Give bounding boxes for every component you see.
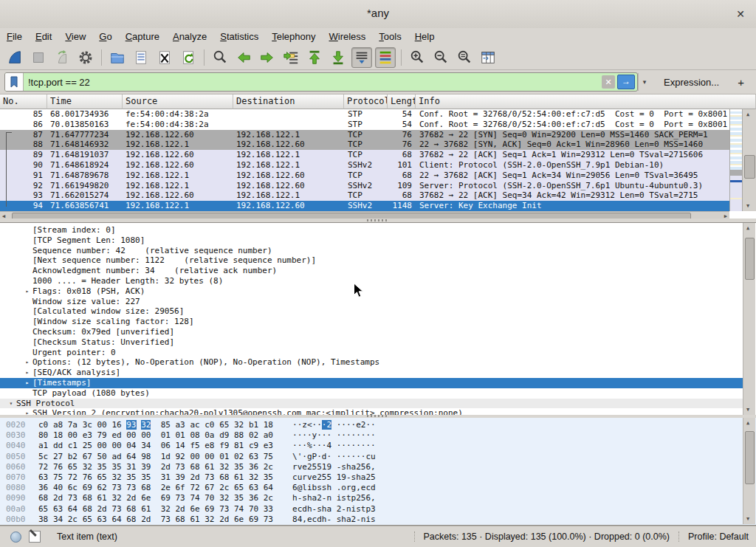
menu-capture[interactable]: Capture [119, 28, 166, 46]
filter-dropdown-icon[interactable]: ▾ [638, 73, 650, 91]
column-header-source[interactable]: Source [123, 94, 233, 109]
detail-line-2[interactable]: Sequence number: 42 (relative sequence n… [0, 246, 743, 256]
detail-line-14[interactable]: ▸[SEQ/ACK analysis] [0, 368, 743, 378]
hex-row-0070[interactable]: 007063 75 72 76 65 32 35 35 31 39 2d 73 … [0, 472, 756, 483]
packet-row-92[interactable]: 9271.661949820192.168.122.1192.168.122.6… [0, 181, 729, 191]
hex-row-00a0[interactable]: 00a065 63 64 68 2d 73 68 61 32 2d 6e 69 … [0, 504, 756, 515]
scroll-up-icon[interactable]: ▲ [746, 111, 749, 117]
bytes-vscrollbar[interactable]: ▲ ▼ [743, 418, 755, 524]
detail-line-10[interactable]: Checksum: 0x79ed [unverified] [0, 327, 743, 337]
auto-scroll-live-capture-icon[interactable] [351, 47, 372, 68]
find-packet-icon[interactable] [210, 47, 230, 68]
profile-status[interactable]: Profile: Default [678, 531, 756, 542]
filter-bookmark-icon[interactable] [5, 73, 24, 91]
expander-collapsed-icon[interactable]: ▸ [22, 368, 32, 378]
packet-row-85[interactable]: 8568.001734936fe:54:00:d4:38:2aSTP54Conf… [0, 109, 729, 120]
column-header-length[interactable]: Length [388, 94, 416, 109]
colorize-packet-list-icon[interactable] [375, 47, 396, 68]
menu-tools[interactable]: Tools [372, 28, 408, 46]
save-capture-file-icon[interactable] [131, 47, 151, 68]
menu-help[interactable]: Help [408, 28, 441, 46]
detail-line-0[interactable]: [Stream index: 0] [0, 225, 743, 235]
detail-line-17[interactable]: ▾SSH Protocol [0, 399, 743, 409]
filter-clear-icon[interactable]: ✕ [602, 75, 615, 89]
packet-list-vscrollbar[interactable]: ▲ ▼ [742, 109, 756, 211]
zoom-out-icon[interactable] [430, 47, 451, 68]
expression-button[interactable]: Expression... [656, 77, 726, 88]
detail-line-15[interactable]: ▸[Timestamps] [0, 378, 743, 388]
expert-info-icon[interactable] [10, 531, 21, 543]
hex-row-00b0[interactable]: 00b038 34 2c 65 63 64 68 2d 73 68 61 32 … [0, 515, 756, 525]
hex-row-0020[interactable]: 0020c0 a8 7a 3c 00 16 93 32 85 a3 ac c0 … [0, 420, 756, 430]
stop-capture-icon[interactable] [28, 47, 49, 68]
zoom-in-icon[interactable] [407, 47, 427, 68]
detail-line-7[interactable]: Window size value: 227 [0, 297, 743, 307]
scrollbar-thumb[interactable] [744, 155, 755, 179]
packet-row-91[interactable]: 9171.648789678192.168.122.1192.168.122.6… [0, 171, 729, 181]
menu-go[interactable]: Go [92, 28, 118, 46]
expander-collapsed-icon[interactable]: ▸ [22, 357, 32, 368]
packet-row-89[interactable]: 8971.648191037192.168.122.60192.168.122.… [0, 150, 729, 160]
column-header-no[interactable]: No. [0, 94, 47, 109]
scroll-up-icon[interactable]: ▲ [746, 225, 749, 231]
expander-collapsed-icon[interactable]: ▸ [22, 286, 32, 297]
hex-row-0030[interactable]: 003080 18 00 e3 79 ed 00 00 01 01 08 0a … [0, 430, 756, 441]
detail-line-9[interactable]: [Window size scaling factor: 128] [0, 317, 743, 327]
restart-capture-icon[interactable] [52, 47, 72, 68]
packet-row-93[interactable]: 9371.662015274192.168.122.60192.168.122.… [0, 190, 729, 201]
column-header-destination[interactable]: Destination [233, 94, 344, 109]
scroll-down-icon[interactable]: ▼ [746, 407, 749, 413]
detail-line-3[interactable]: [Next sequence number: 1122 (relative se… [0, 255, 743, 266]
menu-file[interactable]: File [0, 28, 29, 46]
capture-comment-icon[interactable] [29, 531, 41, 543]
add-filter-button[interactable]: + [730, 76, 752, 89]
detail-line-13[interactable]: ▸Options: (12 bytes), No-Operation (NOP)… [0, 357, 743, 368]
packet-row-87[interactable]: 8771.647777234192.168.122.60192.168.122.… [0, 130, 729, 140]
close-window-icon[interactable]: ✕ [732, 6, 749, 22]
capture-options-icon[interactable] [75, 47, 96, 68]
menu-analyze[interactable]: Analyze [166, 28, 213, 46]
display-filter-input[interactable]: !tcp.port == 22 ✕ → [4, 72, 638, 92]
menu-view[interactable]: View [58, 28, 92, 46]
hex-row-0040[interactable]: 0040a1 dd c1 25 00 00 04 34 06 14 f5 e8 … [0, 441, 756, 451]
expander-collapsed-icon[interactable]: ▸ [22, 378, 32, 388]
close-capture-file-icon[interactable] [154, 47, 175, 68]
open-capture-file-icon[interactable] [107, 47, 128, 68]
detail-line-5[interactable]: 1000 .... = Header Length: 32 bytes (8) [0, 276, 743, 286]
scrollbar-thumb[interactable] [745, 238, 755, 280]
detail-line-6[interactable]: ▸Flags: 0x018 (PSH, ACK) [0, 286, 743, 297]
hex-row-0050[interactable]: 00505c 27 b2 67 50 ad 64 98 1d 92 00 00 … [0, 452, 756, 462]
go-to-last-packet-icon[interactable] [328, 47, 348, 68]
filter-apply-icon[interactable]: → [617, 75, 635, 89]
packet-row-86[interactable]: 8670.013850163fe:54:00:d4:38:2aSTP54Conf… [0, 120, 729, 130]
column-header-time[interactable]: Time [47, 94, 123, 109]
detail-line-12[interactable]: Urgent pointer: 0 [0, 348, 743, 358]
go-back-icon[interactable] [233, 47, 254, 68]
intelligent-scrollbar-minimap[interactable] [729, 109, 743, 211]
scrollbar-thumb[interactable] [745, 431, 755, 484]
go-to-first-packet-icon[interactable] [304, 47, 325, 68]
menu-edit[interactable]: Edit [29, 28, 58, 46]
go-to-packet-icon[interactable] [281, 47, 301, 68]
packet-row-94[interactable]: 9471.663856741192.168.122.1192.168.122.6… [0, 201, 729, 211]
hex-row-0090[interactable]: 009068 2d 73 68 61 32 2d 6e 69 73 74 70 … [0, 493, 756, 503]
normal-size-icon[interactable] [454, 47, 475, 68]
detail-line-1[interactable]: [TCP Segment Len: 1080] [0, 235, 743, 246]
detail-line-16[interactable]: TCP payload (1080 bytes) [0, 388, 743, 399]
scroll-down-icon[interactable]: ▼ [746, 516, 749, 522]
resize-columns-icon[interactable] [478, 47, 498, 68]
detail-line-8[interactable]: [Calculated window size: 29056] [0, 306, 743, 317]
scroll-down-icon[interactable]: ▼ [746, 203, 749, 209]
expander-expanded-icon[interactable]: ▾ [6, 399, 16, 409]
menu-wireless[interactable]: Wireless [323, 28, 373, 46]
menu-statistics[interactable]: Statistics [213, 28, 265, 46]
packet-row-90[interactable]: 9071.648618924192.168.122.60192.168.122.… [0, 160, 729, 171]
hex-row-0080[interactable]: 008036 40 6c 69 62 73 73 68 2e 6f 72 67 … [0, 483, 756, 493]
menu-telephony[interactable]: Telephony [265, 28, 322, 46]
detail-line-11[interactable]: [Checksum Status: Unverified] [0, 337, 743, 348]
column-header-info[interactable]: Info [416, 94, 756, 109]
start-capture-icon[interactable] [4, 47, 25, 68]
details-vscrollbar[interactable]: ▲ ▼ [743, 223, 755, 415]
detail-line-4[interactable]: Acknowledgment number: 34 (relative ack … [0, 266, 743, 276]
column-header-protocol[interactable]: Protocol [344, 94, 388, 109]
